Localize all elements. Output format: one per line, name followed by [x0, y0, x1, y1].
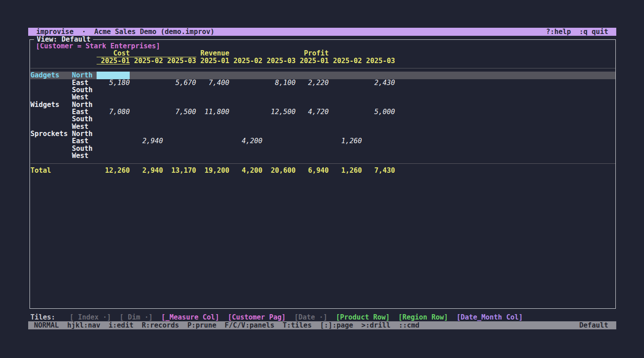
month-header-cell[interactable]: 2025-02	[329, 57, 362, 64]
pivot-cell[interactable]	[263, 145, 296, 152]
pivot-cell[interactable]	[196, 137, 229, 145]
pivot-cell[interactable]	[229, 101, 263, 108]
pivot-cell[interactable]	[263, 152, 296, 159]
pivot-cell[interactable]: 2,940	[130, 137, 163, 145]
pivot-cell[interactable]	[130, 86, 163, 94]
pivot-cell[interactable]	[97, 86, 130, 94]
pivot-cell[interactable]	[163, 123, 196, 130]
pivot-cell[interactable]	[263, 94, 296, 101]
pivot-cell[interactable]	[130, 115, 163, 123]
pivot-cell[interactable]: 5,180	[97, 79, 130, 86]
month-header-cell[interactable]: 2025-03	[163, 57, 196, 64]
tile-date[interactable]: [Date ·]	[294, 314, 327, 321]
product-label[interactable]	[30, 145, 72, 152]
pivot-cell[interactable]	[362, 101, 395, 108]
pivot-cell[interactable]	[163, 145, 196, 152]
pivot-cell[interactable]: 2,220	[296, 79, 329, 86]
pivot-cell[interactable]	[362, 130, 395, 137]
pivot-cell[interactable]	[296, 101, 329, 108]
region-label[interactable]: East	[72, 137, 97, 145]
pivot-cell[interactable]	[329, 130, 362, 137]
pivot-cell[interactable]	[130, 94, 163, 101]
region-label[interactable]: North	[72, 130, 97, 137]
region-label[interactable]: South	[72, 86, 97, 94]
pivot-row[interactable]: South	[30, 145, 615, 152]
pivot-row[interactable]: GadgetsNorth	[30, 72, 615, 79]
product-label[interactable]: Sprockets	[30, 130, 72, 137]
pivot-cell[interactable]	[329, 101, 362, 108]
pivot-cell[interactable]	[263, 137, 296, 145]
product-label[interactable]	[30, 123, 72, 130]
filter-chip[interactable]: [Customer = Stark Enterprises]	[36, 43, 160, 50]
pivot-cell[interactable]	[97, 130, 130, 137]
month-header-cell[interactable]: 2025-01	[296, 57, 329, 64]
month-header-cell[interactable]: 2025-02	[130, 57, 163, 64]
pivot-cell[interactable]	[296, 115, 329, 123]
pivot-cell[interactable]	[130, 123, 163, 130]
tile-product[interactable]: [Product Row]	[336, 314, 390, 321]
pivot-cell[interactable]	[229, 115, 263, 123]
pivot-cell[interactable]: 1,260	[329, 137, 362, 145]
pivot-cell[interactable]	[229, 72, 263, 79]
measure-header-revenue[interactable]: Revenue	[196, 50, 296, 57]
pivot-cell[interactable]	[329, 145, 362, 152]
region-label[interactable]: North	[72, 72, 97, 79]
pivot-cell[interactable]	[97, 137, 130, 145]
pivot-cell[interactable]	[229, 145, 263, 152]
pivot-cell[interactable]	[229, 86, 263, 94]
pivot-row[interactable]: West	[30, 152, 615, 159]
tile-region[interactable]: [Region Row]	[398, 314, 448, 321]
pivot-cell[interactable]	[163, 137, 196, 145]
pivot-cell[interactable]	[329, 123, 362, 130]
pivot-cell[interactable]: 2,430	[362, 79, 395, 86]
pivot-cell[interactable]	[296, 123, 329, 130]
pivot-cell[interactable]: 5,000	[362, 108, 395, 115]
pivot-cell[interactable]	[196, 152, 229, 159]
pivot-cell[interactable]	[229, 108, 263, 115]
pivot-cell[interactable]	[296, 152, 329, 159]
month-header-cell[interactable]: 2025-03	[362, 57, 395, 64]
pivot-cell[interactable]	[296, 145, 329, 152]
product-label[interactable]	[30, 79, 72, 86]
pivot-cell[interactable]	[196, 72, 229, 79]
pivot-cell[interactable]	[163, 130, 196, 137]
pivot-cell[interactable]	[296, 130, 329, 137]
tile-measure[interactable]: [_Measure Col]	[161, 314, 219, 321]
pivot-cell[interactable]	[130, 130, 163, 137]
pivot-cell[interactable]	[163, 94, 196, 101]
pivot-cell[interactable]: 4,720	[296, 108, 329, 115]
product-label[interactable]	[30, 86, 72, 94]
pivot-cell[interactable]: 5,670	[163, 79, 196, 86]
pivot-cell[interactable]	[130, 145, 163, 152]
pivot-cell[interactable]	[362, 137, 395, 145]
pivot-cell[interactable]	[97, 72, 130, 79]
pivot-cell[interactable]	[97, 115, 130, 123]
pivot-cell[interactable]	[97, 145, 130, 152]
pivot-cell[interactable]	[263, 123, 296, 130]
tile-index[interactable]: [ Index ·]	[70, 314, 111, 321]
pivot-cell[interactable]	[196, 145, 229, 152]
pivot-cell[interactable]	[362, 145, 395, 152]
pivot-cell[interactable]	[130, 152, 163, 159]
pivot-cell[interactable]	[229, 123, 263, 130]
pivot-cell[interactable]	[163, 115, 196, 123]
pivot-cell[interactable]: 7,400	[196, 79, 229, 86]
pivot-cell[interactable]	[329, 152, 362, 159]
pivot-cell[interactable]	[329, 94, 362, 101]
pivot-cell[interactable]	[362, 86, 395, 94]
pivot-cell[interactable]	[163, 152, 196, 159]
product-label[interactable]	[30, 108, 72, 115]
pivot-cell[interactable]	[362, 94, 395, 101]
pivot-cell[interactable]	[97, 123, 130, 130]
pivot-row[interactable]: South	[30, 115, 615, 123]
pivot-cell[interactable]	[196, 130, 229, 137]
pivot-cell[interactable]	[97, 94, 130, 101]
pivot-cell[interactable]	[263, 72, 296, 79]
measure-header-profit[interactable]: Profit	[296, 50, 395, 57]
pivot-cell[interactable]	[196, 86, 229, 94]
pivot-cell[interactable]	[362, 152, 395, 159]
pivot-cell[interactable]	[163, 86, 196, 94]
pivot-cell[interactable]	[196, 115, 229, 123]
pivot-cell[interactable]: 7,080	[97, 108, 130, 115]
pivot-cell[interactable]	[296, 72, 329, 79]
